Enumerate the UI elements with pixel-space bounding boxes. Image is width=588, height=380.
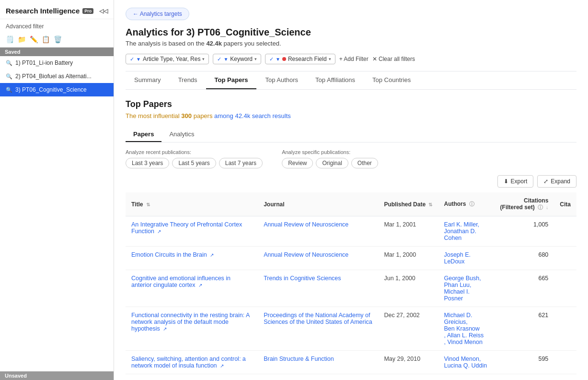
sidebar-item-2[interactable]: 🔍 2) PT04_Biofuel as Alternati... bbox=[0, 70, 114, 83]
filter-chip-article-type[interactable]: ✓ ▼ Article Type, Year, Res ▾ bbox=[126, 54, 209, 64]
paper-citations-1: 1,005 bbox=[495, 216, 554, 247]
export-button[interactable]: ⬇ Export bbox=[497, 175, 534, 188]
check-icon-1: ✓ bbox=[130, 56, 134, 62]
chevron-icon-3: ▾ bbox=[329, 57, 331, 61]
tab-top-countries[interactable]: Top Countries bbox=[364, 71, 419, 89]
new-document-icon[interactable]: 🗒️ bbox=[6, 36, 14, 43]
pill-review[interactable]: Review bbox=[282, 158, 313, 168]
delete-icon[interactable]: 🗑️ bbox=[54, 36, 62, 43]
specific-publications-label: Analyze specific publications: bbox=[282, 149, 378, 155]
paper-date-3: Jun 1, 2000 bbox=[378, 270, 438, 307]
tab-trends[interactable]: Trends bbox=[170, 71, 206, 89]
col-journal-label: Journal bbox=[264, 201, 284, 208]
pro-badge: Pro bbox=[82, 8, 93, 14]
section-desc: The most influential 300 papers among 42… bbox=[126, 112, 576, 119]
expand-button[interactable]: ⤢ Expand bbox=[537, 175, 576, 188]
sidebar-item-1[interactable]: 🔍 1) PT01_Li-ion Battery bbox=[0, 56, 114, 70]
sort-icon-citations[interactable]: ↓ bbox=[546, 205, 548, 210]
col-header-journal: Journal bbox=[258, 192, 378, 216]
filter-chip-research-field[interactable]: ✓ ▼ Research Field ▾ bbox=[265, 54, 335, 64]
sort-icon-title[interactable]: ⇅ bbox=[146, 202, 150, 207]
paper-authors-5: Vinod Menon,Lucina Q. Uddin bbox=[438, 351, 494, 374]
pill-last-7-years[interactable]: Last 7 years bbox=[219, 158, 263, 168]
search-icon-3: 🔍 bbox=[6, 87, 12, 93]
tab-top-authors[interactable]: Top Authors bbox=[256, 71, 307, 89]
paper-authors-2: Joseph E. LeDoux bbox=[438, 247, 494, 270]
action-row: ⬇ Export ⤢ Expand bbox=[126, 175, 576, 188]
tab-top-affiliations[interactable]: Top Affiliations bbox=[307, 71, 364, 89]
recent-publications-filter: Analyze recent publications: Last 3 year… bbox=[126, 149, 263, 168]
paper-journal-1: Annual Review of Neuroscience bbox=[258, 216, 378, 247]
paper-title-5[interactable]: Saliency, switching, attention and contr… bbox=[126, 351, 258, 374]
subtab-analytics[interactable]: Analytics bbox=[161, 127, 202, 142]
back-to-analytics-button[interactable]: ← Analytics targets bbox=[126, 8, 189, 20]
tab-top-papers[interactable]: Top Papers bbox=[206, 71, 257, 89]
help-icon-authors[interactable]: ⓘ bbox=[469, 201, 474, 207]
external-link-icon-2[interactable]: ↗ bbox=[210, 252, 214, 258]
funnel-icon-3: ▼ bbox=[276, 57, 280, 62]
add-filter-button[interactable]: + Add Filter bbox=[339, 56, 369, 62]
papers-table-wrapper: Title ⇅ Journal Published Date ⇅ bbox=[126, 192, 576, 374]
desc-link[interactable]: among 42.4k search results bbox=[214, 112, 291, 119]
paper-title-4[interactable]: Functional connectivity in the resting b… bbox=[126, 307, 258, 351]
subtitle-prefix: The analysis is based on the bbox=[126, 40, 206, 47]
filters-row: ✓ ▼ Article Type, Year, Res ▾ ✓ ▼ Keywor… bbox=[126, 54, 576, 71]
external-link-icon-5[interactable]: ↗ bbox=[220, 363, 224, 368]
help-icon-citations[interactable]: ⓘ bbox=[538, 204, 543, 210]
top-papers-content: Top Papers The most influential 300 pape… bbox=[126, 90, 576, 374]
recent-publications-label: Analyze recent publications: bbox=[126, 149, 263, 155]
analytics-title: Analytics for 3) PT06_Cognitive_Science bbox=[126, 27, 576, 38]
pill-last-5-years[interactable]: Last 5 years bbox=[172, 158, 216, 168]
external-link-icon-4[interactable]: ↗ bbox=[163, 326, 167, 332]
desc-middle: papers bbox=[194, 112, 214, 119]
paper-title-2[interactable]: Emotion Circuits in the Brain ↗ bbox=[126, 247, 258, 270]
pill-last-3-years[interactable]: Last 3 years bbox=[126, 158, 169, 168]
copy-icon[interactable]: 📋 bbox=[42, 36, 50, 43]
filter-section: Analyze recent publications: Last 3 year… bbox=[126, 149, 576, 168]
paper-title-1[interactable]: An Integrative Theory of Prefrontal Cort… bbox=[126, 216, 258, 247]
col-title-label: Title bbox=[131, 201, 143, 208]
sidebar-item-label-3: 3) PT06_Cognitive_Science bbox=[15, 86, 87, 93]
filter-label-1: Article Type, Year, Res bbox=[143, 56, 201, 62]
desc-prefix: The most influential bbox=[126, 112, 181, 119]
paper-title-text-4: Functional connectivity in the resting b… bbox=[131, 312, 250, 332]
collapse-button[interactable]: ◁◁ bbox=[99, 8, 108, 14]
desc-count: 300 bbox=[181, 112, 192, 119]
col-date-label: Published Date bbox=[384, 201, 426, 208]
papers-table: Title ⇅ Journal Published Date ⇅ bbox=[126, 192, 576, 374]
table-row: Saliency, switching, attention and contr… bbox=[126, 351, 576, 374]
sidebar-item-3[interactable]: 🔍 3) PT06_Cognitive_Science bbox=[0, 83, 114, 96]
pill-other[interactable]: Other bbox=[351, 158, 378, 168]
col-header-citations: Citations(Filtered set) ⓘ ↓ bbox=[495, 192, 554, 216]
folder-icon[interactable]: 📁 bbox=[18, 36, 26, 43]
col-header-authors: Authors ⓘ bbox=[438, 192, 494, 216]
clear-all-filters-button[interactable]: ✕ Clear all filters bbox=[372, 56, 415, 62]
paper-journal-2: Annual Review of Neuroscience bbox=[258, 247, 378, 270]
sidebar-title-row: Research Intelligence Pro ◁◁ bbox=[6, 7, 108, 15]
table-row: Functional connectivity in the resting b… bbox=[126, 307, 576, 351]
paper-cita-4 bbox=[554, 307, 576, 351]
col-header-cita: Cita bbox=[554, 192, 576, 216]
paper-date-2: Mar 1, 2000 bbox=[378, 247, 438, 270]
col-header-date: Published Date ⇅ bbox=[378, 192, 438, 216]
external-link-icon-3[interactable]: ↗ bbox=[198, 283, 202, 288]
app-title: Research Intelligence bbox=[6, 7, 80, 15]
paper-title-3[interactable]: Cognitive and emotional influences in an… bbox=[126, 270, 258, 307]
chevron-icon-2: ▾ bbox=[254, 57, 257, 61]
pill-original[interactable]: Original bbox=[316, 158, 348, 168]
toolbar-icons-row: 🗒️ 📁 ✏️ 📋 🗑️ bbox=[0, 33, 114, 48]
filter-chip-keyword[interactable]: ✓ ▼ Keyword ▾ bbox=[213, 54, 261, 64]
sub-tabs: Papers Analytics bbox=[126, 127, 576, 142]
export-icon: ⬇ bbox=[504, 178, 508, 185]
search-icon-1: 🔍 bbox=[6, 60, 12, 66]
tab-summary[interactable]: Summary bbox=[126, 71, 170, 89]
sort-icon-date[interactable]: ⇅ bbox=[428, 202, 432, 207]
edit-icon[interactable]: ✏️ bbox=[30, 36, 38, 43]
paper-title-text-2: Emotion Circuits in the Brain bbox=[131, 251, 207, 258]
col-header-title: Title ⇅ bbox=[126, 192, 258, 216]
table-header-row: Title ⇅ Journal Published Date ⇅ bbox=[126, 192, 576, 216]
subtab-papers[interactable]: Papers bbox=[126, 127, 161, 142]
external-link-icon-1[interactable]: ↗ bbox=[157, 229, 161, 234]
table-row: Cognitive and emotional influences in an… bbox=[126, 270, 576, 307]
sidebar-header: Research Intelligence Pro ◁◁ bbox=[0, 0, 114, 19]
